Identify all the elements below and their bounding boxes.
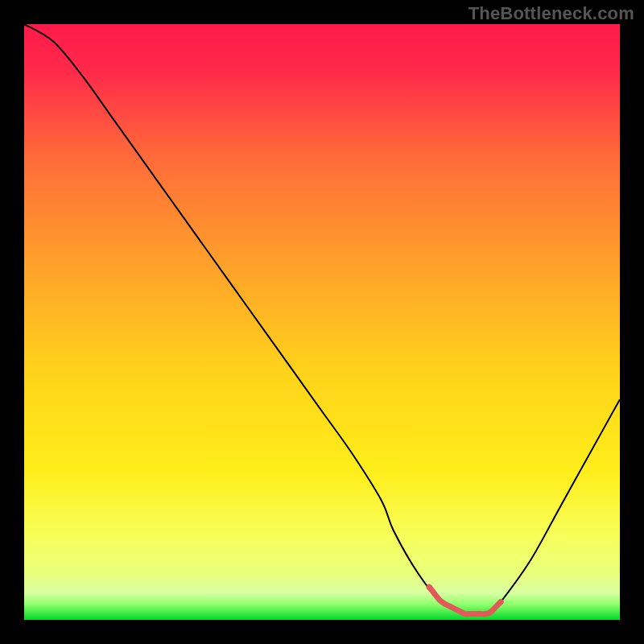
svg-point-2 (498, 599, 504, 605)
plot-area (24, 24, 620, 620)
svg-point-1 (427, 584, 432, 590)
curve-highlight (429, 587, 501, 614)
bottleneck-curve (24, 24, 620, 620)
chart-container: TheBottleneck.com (0, 0, 644, 644)
curve-path (24, 24, 620, 615)
watermark-text: TheBottleneck.com (469, 3, 634, 24)
